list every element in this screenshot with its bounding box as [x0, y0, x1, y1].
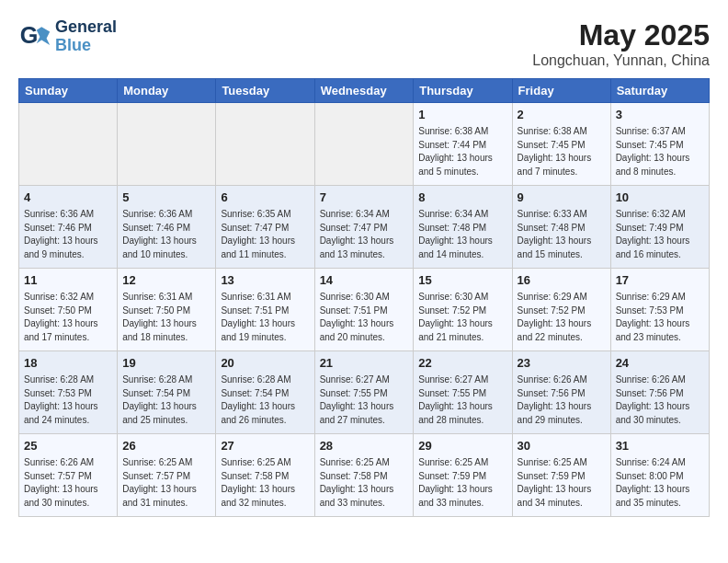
day-number: 26: [122, 438, 210, 454]
day-number: 20: [221, 355, 309, 372]
calendar-cell: 8Sunrise: 6:34 AM Sunset: 7:48 PM Daylig…: [414, 186, 512, 269]
calendar-cell: 30Sunrise: 6:25 AM Sunset: 7:59 PM Dayli…: [512, 434, 610, 517]
day-number: 13: [221, 272, 309, 289]
svg-text:G: G: [20, 22, 39, 48]
calendar-cell: 7Sunrise: 6:34 AM Sunset: 7:47 PM Daylig…: [314, 186, 414, 269]
day-number: 27: [221, 438, 309, 454]
calendar-cell: [19, 103, 118, 186]
day-info: Sunrise: 6:33 AM Sunset: 7:48 PM Dayligh…: [518, 208, 606, 261]
calendar-cell: 3Sunrise: 6:37 AM Sunset: 7:45 PM Daylig…: [610, 103, 709, 186]
day-header-sunday: Sunday: [19, 79, 118, 103]
day-number: 11: [24, 272, 112, 289]
day-info: Sunrise: 6:25 AM Sunset: 7:59 PM Dayligh…: [418, 456, 506, 510]
day-number: 4: [24, 190, 112, 206]
day-info: Sunrise: 6:25 AM Sunset: 7:58 PM Dayligh…: [221, 456, 309, 510]
month-title: May 2025: [532, 18, 710, 52]
day-info: Sunrise: 6:29 AM Sunset: 7:52 PM Dayligh…: [518, 291, 606, 344]
day-info: Sunrise: 6:37 AM Sunset: 7:45 PM Dayligh…: [616, 125, 704, 178]
day-info: Sunrise: 6:36 AM Sunset: 7:46 PM Dayligh…: [24, 208, 112, 261]
calendar-cell: 19Sunrise: 6:28 AM Sunset: 7:54 PM Dayli…: [118, 351, 216, 434]
calendar-body: 1Sunrise: 6:38 AM Sunset: 7:44 PM Daylig…: [19, 103, 710, 517]
day-info: Sunrise: 6:26 AM Sunset: 7:56 PM Dayligh…: [616, 373, 704, 427]
day-info: Sunrise: 6:26 AM Sunset: 7:56 PM Dayligh…: [518, 373, 606, 427]
calendar-cell: 10Sunrise: 6:32 AM Sunset: 7:49 PM Dayli…: [610, 186, 709, 269]
day-number: 24: [616, 355, 704, 372]
day-number: 14: [320, 272, 409, 289]
title-area: May 2025 Longchuan, Yunnan, China: [532, 18, 710, 69]
day-info: Sunrise: 6:38 AM Sunset: 7:45 PM Dayligh…: [518, 125, 606, 178]
calendar-cell: 27Sunrise: 6:25 AM Sunset: 7:58 PM Dayli…: [216, 434, 314, 517]
svg-marker-1: [37, 27, 50, 45]
calendar-cell: [118, 103, 216, 186]
calendar-week-3: 11Sunrise: 6:32 AM Sunset: 7:50 PM Dayli…: [19, 269, 710, 351]
day-info: Sunrise: 6:31 AM Sunset: 7:50 PM Dayligh…: [122, 291, 210, 344]
calendar-cell: 2Sunrise: 6:38 AM Sunset: 7:45 PM Daylig…: [512, 103, 610, 186]
day-info: Sunrise: 6:30 AM Sunset: 7:51 PM Dayligh…: [320, 291, 409, 344]
calendar-week-4: 18Sunrise: 6:28 AM Sunset: 7:53 PM Dayli…: [19, 351, 710, 434]
logo-line1: General: [55, 18, 117, 37]
calendar-cell: 11Sunrise: 6:32 AM Sunset: 7:50 PM Dayli…: [19, 269, 118, 351]
day-number: 2: [518, 107, 606, 123]
calendar-cell: 17Sunrise: 6:29 AM Sunset: 7:53 PM Dayli…: [610, 269, 709, 351]
calendar-cell: [216, 103, 314, 186]
calendar-cell: 24Sunrise: 6:26 AM Sunset: 7:56 PM Dayli…: [610, 351, 709, 434]
calendar-cell: 16Sunrise: 6:29 AM Sunset: 7:52 PM Dayli…: [512, 269, 610, 351]
page-header: G General Blue May 2025 Longchuan, Yunna…: [18, 18, 710, 69]
calendar-cell: 21Sunrise: 6:27 AM Sunset: 7:55 PM Dayli…: [314, 351, 414, 434]
calendar-cell: 22Sunrise: 6:27 AM Sunset: 7:55 PM Dayli…: [414, 351, 512, 434]
day-number: 16: [518, 272, 606, 289]
calendar-header-row: SundayMondayTuesdayWednesdayThursdayFrid…: [19, 79, 710, 103]
calendar-cell: 31Sunrise: 6:24 AM Sunset: 8:00 PM Dayli…: [610, 434, 709, 517]
day-info: Sunrise: 6:32 AM Sunset: 7:49 PM Dayligh…: [616, 208, 704, 261]
day-info: Sunrise: 6:32 AM Sunset: 7:50 PM Dayligh…: [24, 291, 112, 344]
day-info: Sunrise: 6:25 AM Sunset: 7:59 PM Dayligh…: [518, 456, 606, 510]
day-info: Sunrise: 6:29 AM Sunset: 7:53 PM Dayligh…: [616, 291, 704, 344]
day-info: Sunrise: 6:28 AM Sunset: 7:53 PM Dayligh…: [24, 373, 112, 427]
day-info: Sunrise: 6:30 AM Sunset: 7:52 PM Dayligh…: [418, 291, 506, 344]
day-info: Sunrise: 6:24 AM Sunset: 8:00 PM Dayligh…: [616, 456, 704, 510]
day-number: 1: [418, 107, 506, 123]
day-number: 3: [616, 107, 704, 123]
day-number: 10: [616, 190, 704, 206]
calendar-cell: 5Sunrise: 6:36 AM Sunset: 7:46 PM Daylig…: [118, 186, 216, 269]
calendar-week-1: 1Sunrise: 6:38 AM Sunset: 7:44 PM Daylig…: [19, 103, 710, 186]
day-info: Sunrise: 6:36 AM Sunset: 7:46 PM Dayligh…: [122, 208, 210, 261]
day-info: Sunrise: 6:25 AM Sunset: 7:58 PM Dayligh…: [320, 456, 409, 510]
day-number: 29: [418, 438, 506, 454]
calendar-cell: 13Sunrise: 6:31 AM Sunset: 7:51 PM Dayli…: [216, 269, 314, 351]
day-number: 23: [518, 355, 606, 372]
day-number: 17: [616, 272, 704, 289]
calendar-cell: 25Sunrise: 6:26 AM Sunset: 7:57 PM Dayli…: [19, 434, 118, 517]
day-number: 21: [320, 355, 409, 372]
calendar-week-5: 25Sunrise: 6:26 AM Sunset: 7:57 PM Dayli…: [19, 434, 710, 517]
calendar-cell: 15Sunrise: 6:30 AM Sunset: 7:52 PM Dayli…: [414, 269, 512, 351]
day-number: 18: [24, 355, 112, 372]
day-header-monday: Monday: [118, 79, 216, 103]
calendar-cell: 28Sunrise: 6:25 AM Sunset: 7:58 PM Dayli…: [314, 434, 414, 517]
day-number: 12: [122, 272, 210, 289]
day-info: Sunrise: 6:25 AM Sunset: 7:57 PM Dayligh…: [122, 456, 210, 510]
calendar-cell: 12Sunrise: 6:31 AM Sunset: 7:50 PM Dayli…: [118, 269, 216, 351]
logo-icon: G: [18, 20, 51, 53]
day-info: Sunrise: 6:38 AM Sunset: 7:44 PM Dayligh…: [418, 125, 506, 178]
day-number: 7: [320, 190, 409, 206]
day-info: Sunrise: 6:34 AM Sunset: 7:48 PM Dayligh…: [418, 208, 506, 261]
day-info: Sunrise: 6:34 AM Sunset: 7:47 PM Dayligh…: [320, 208, 409, 261]
calendar-cell: 14Sunrise: 6:30 AM Sunset: 7:51 PM Dayli…: [314, 269, 414, 351]
day-number: 15: [418, 272, 506, 289]
calendar-table: SundayMondayTuesdayWednesdayThursdayFrid…: [18, 78, 710, 517]
day-number: 25: [24, 438, 112, 454]
day-number: 30: [518, 438, 606, 454]
day-number: 8: [418, 190, 506, 206]
calendar-cell: 6Sunrise: 6:35 AM Sunset: 7:47 PM Daylig…: [216, 186, 314, 269]
day-header-saturday: Saturday: [610, 79, 709, 103]
day-number: 19: [122, 355, 210, 372]
calendar-cell: 29Sunrise: 6:25 AM Sunset: 7:59 PM Dayli…: [414, 434, 512, 517]
calendar-cell: 4Sunrise: 6:36 AM Sunset: 7:46 PM Daylig…: [19, 186, 118, 269]
calendar-cell: [314, 103, 414, 186]
day-info: Sunrise: 6:27 AM Sunset: 7:55 PM Dayligh…: [418, 373, 506, 427]
location-title: Longchuan, Yunnan, China: [532, 52, 710, 69]
logo-line2: Blue: [55, 36, 91, 54]
calendar-cell: 20Sunrise: 6:28 AM Sunset: 7:54 PM Dayli…: [216, 351, 314, 434]
day-info: Sunrise: 6:26 AM Sunset: 7:57 PM Dayligh…: [24, 456, 112, 510]
